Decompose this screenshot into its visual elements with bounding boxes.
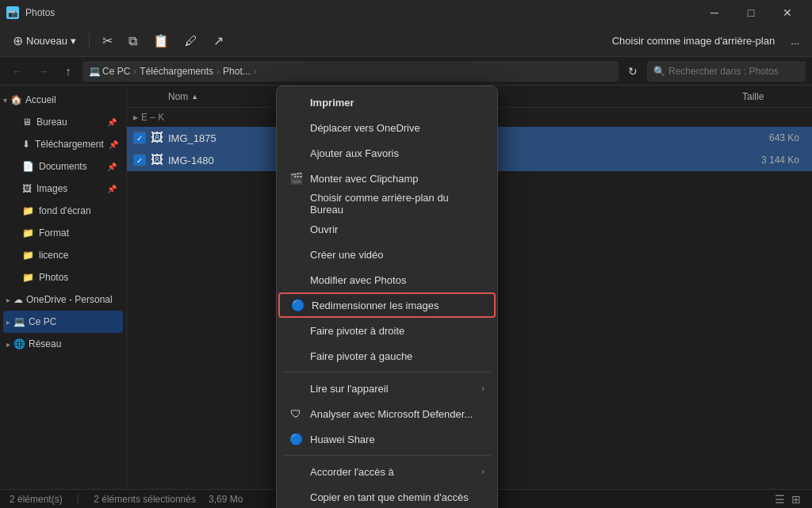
menu-item-icon-onedrive — [289, 121, 302, 134]
menu-item-pivoter-droite[interactable]: Faire pivoter à droite — [277, 318, 497, 343]
menu-item-analyser[interactable]: 🛡Analyser avec Microsoft Defender... — [277, 401, 497, 426]
menu-item-label-onedrive: Déplacer vers OneDrive — [310, 122, 485, 134]
menu-item-pivoter-gauche[interactable]: Faire pivoter à gauche — [277, 343, 497, 369]
menu-item-icon-redimensionner: 🔵 — [291, 299, 304, 311]
menu-sep-after-pivoter-gauche — [283, 372, 491, 372]
menu-item-modifier-photos[interactable]: Modifier avec Photos — [277, 267, 497, 292]
menu-item-icon-chemin — [289, 491, 302, 503]
menu-item-label-acces: Accorder l'accès à — [310, 466, 473, 478]
menu-item-label-arriere-plan: Choisir comme arrière-plan du Bureau — [310, 192, 485, 216]
menu-item-huawei[interactable]: 🔵Huawei Share — [277, 426, 497, 452]
menu-item-redimensionner[interactable]: 🔵Redimensionner les images — [278, 292, 496, 318]
menu-item-icon-ouvrir — [289, 223, 302, 235]
menu-item-icon-acces — [289, 465, 302, 478]
menu-item-label-pivoter-gauche: Faire pivoter à gauche — [310, 350, 485, 362]
menu-item-arrow-acces: › — [481, 466, 485, 477]
menu-item-arrow-lire-appareil: › — [481, 383, 485, 394]
context-menu-overlay: ImprimerDéplacer vers OneDriveAjouter au… — [0, 0, 812, 508]
menu-item-creer-video[interactable]: Créer une vidéo — [277, 242, 497, 267]
menu-item-icon-modifier-photos — [289, 273, 302, 286]
menu-item-icon-imprimer — [289, 96, 302, 109]
menu-item-icon-pivoter-gauche — [289, 349, 302, 362]
menu-item-icon-lire-appareil — [289, 382, 302, 395]
menu-item-arriere-plan[interactable]: Choisir comme arrière-plan du Bureau — [277, 191, 497, 216]
menu-item-icon-arriere-plan — [289, 197, 302, 210]
menu-sep-after-huawei — [283, 455, 491, 456]
menu-item-icon-analyser: 🛡 — [289, 407, 302, 420]
menu-item-label-favoris: Ajouter aux Favoris — [310, 147, 485, 159]
menu-item-favoris[interactable]: Ajouter aux Favoris — [277, 140, 497, 166]
menu-item-label-redimensionner: Redimensionner les images — [312, 300, 483, 311]
menu-item-clipchamp[interactable]: 🎬Monter avec Clipchamp — [277, 166, 497, 191]
menu-item-lire-appareil[interactable]: Lire sur l'appareil› — [277, 376, 497, 401]
menu-item-label-pivoter-droite: Faire pivoter à droite — [310, 325, 485, 337]
context-menu: ImprimerDéplacer vers OneDriveAjouter au… — [276, 86, 498, 508]
menu-item-label-imprimer: Imprimer — [310, 97, 485, 109]
menu-item-imprimer[interactable]: Imprimer — [277, 90, 497, 115]
menu-item-label-chemin: Copier en tant que chemin d'accès — [310, 491, 485, 503]
menu-item-ouvrir[interactable]: Ouvrir — [277, 216, 497, 242]
menu-item-label-lire-appareil: Lire sur l'appareil — [310, 383, 473, 395]
menu-item-onedrive[interactable]: Déplacer vers OneDrive — [277, 115, 497, 140]
menu-item-icon-clipchamp: 🎬 — [289, 172, 302, 185]
menu-item-icon-favoris — [289, 147, 302, 159]
menu-item-label-modifier-photos: Modifier avec Photos — [310, 274, 485, 286]
menu-item-icon-huawei: 🔵 — [289, 433, 302, 445]
menu-item-label-analyser: Analyser avec Microsoft Defender... — [310, 408, 485, 420]
menu-item-icon-pivoter-droite — [289, 324, 302, 337]
menu-item-icon-creer-video — [289, 248, 302, 261]
menu-item-label-clipchamp: Monter avec Clipchamp — [310, 173, 485, 185]
menu-item-acces[interactable]: Accorder l'accès à› — [277, 459, 497, 484]
menu-item-label-ouvrir: Ouvrir — [310, 223, 485, 235]
menu-item-chemin[interactable]: Copier en tant que chemin d'accès — [277, 484, 497, 508]
menu-item-label-creer-video: Créer une vidéo — [310, 249, 485, 261]
menu-item-label-huawei: Huawei Share — [310, 434, 485, 445]
